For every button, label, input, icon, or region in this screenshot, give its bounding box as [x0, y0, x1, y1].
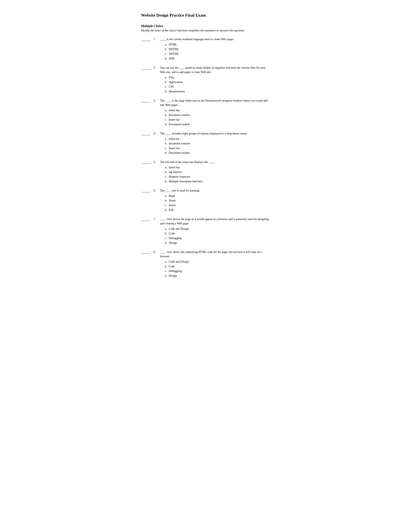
answer-blank[interactable] [141, 99, 151, 102]
choice-text: Edit [169, 208, 174, 211]
choice-text: CSS [169, 85, 174, 88]
choice-text: Document toolbar [169, 123, 190, 126]
choice-text: Debugging [169, 237, 182, 240]
choice-text: Document toolbar [169, 151, 190, 154]
choice-text: HTML [169, 43, 177, 46]
choice-text: menu bar [169, 137, 179, 140]
choice-text: tag selector [169, 171, 182, 174]
choice-item: c.Debugging [165, 269, 270, 273]
choices-list: a.Code and Designb.Codec.Debuggingd.Desi… [160, 260, 270, 278]
choice-item: b.DHTML [165, 47, 270, 51]
choice-letter: a. [165, 260, 169, 264]
choice-text: XML [169, 57, 175, 60]
choice-item: b.Code [165, 264, 270, 269]
choice-text: Code [169, 232, 175, 235]
answer-blank[interactable] [141, 250, 151, 254]
choice-letter: b. [165, 47, 169, 51]
question-content: ____ is the current standard language us… [160, 37, 270, 61]
question-content: You can use the ____ panel to create fol… [160, 66, 270, 94]
choice-item: b.Zoom [165, 199, 270, 203]
choice-item: c.Insert bar [165, 117, 270, 122]
answer-blank[interactable] [141, 160, 151, 164]
question-number: 8. [154, 250, 159, 254]
choice-letter: c. [165, 146, 169, 150]
question-text: ____ view shows the page as it would app… [160, 217, 270, 226]
choice-item: a.Files [165, 75, 270, 80]
choice-item: d.Edit [165, 208, 270, 212]
choice-letter: d. [165, 57, 169, 61]
answer-blank[interactable] [141, 132, 151, 135]
choice-letter: b. [165, 113, 169, 117]
choice-letter: b. [165, 199, 169, 203]
answer-blank[interactable] [141, 217, 151, 221]
question-text: ____ view shows the underlying HTML code… [160, 250, 270, 259]
choice-item: b.document window [165, 113, 270, 117]
question-number: 5. [154, 160, 159, 164]
choice-letter: d. [165, 122, 169, 127]
choice-text: Insert bar [169, 118, 180, 121]
choice-text: Application [169, 80, 182, 84]
choice-text: Design [169, 274, 177, 277]
choice-letter: c. [165, 52, 169, 56]
question-item: 8.____ view shows the underlying HTML co… [141, 250, 270, 278]
choice-letter: a. [165, 227, 169, 231]
question-text: The ____ is the large white area in the … [160, 98, 270, 107]
choice-text: Code [169, 265, 175, 268]
choice-item: d.Document toolbar [165, 151, 270, 155]
question-content: The left end of the status bar displays … [160, 160, 270, 184]
choice-text: Insert bar [169, 147, 180, 150]
section-header: Multiple Choice Identify the letter of t… [141, 24, 270, 32]
question-number: 4. [154, 132, 159, 135]
choice-text: Files [169, 76, 174, 79]
choice-item: c.Property inspector [165, 175, 270, 179]
choice-item: c.Debugging [165, 236, 270, 240]
question-number: 3. [154, 99, 159, 102]
question-content: ____ view shows the page as it would app… [160, 217, 270, 245]
choice-item: d.Multiple Document Interface [165, 179, 270, 184]
choice-item: a.Hand [165, 194, 270, 198]
choice-letter: d. [165, 179, 169, 184]
choice-text: Zoom [169, 199, 176, 202]
question-content: The ____ is the large white area in the … [160, 98, 270, 127]
choice-letter: c. [165, 236, 169, 240]
choice-text: menu bar [169, 109, 179, 112]
choice-text: Hand [169, 194, 175, 198]
choice-letter: c. [165, 85, 169, 89]
choice-item: b.tag selector [165, 170, 270, 174]
choice-item: a.menu bar [165, 108, 270, 113]
choice-letter: d. [165, 151, 169, 155]
question-number: 7. [154, 217, 159, 221]
choice-letter: b. [165, 170, 169, 174]
question-text: ____ is the current standard language us… [160, 37, 270, 41]
choices-list: a.HTMLb.DHTMLc.XHTMLd.XML [160, 42, 270, 61]
choice-item: b.document window [165, 141, 270, 146]
page-title: Website Design Practice Final Exam [141, 13, 270, 18]
choice-text: Property inspector [169, 175, 190, 178]
choices-list: a.Code and Designb.Codec.Debuggingd.Desi… [160, 227, 270, 245]
choice-text: Select [169, 204, 176, 207]
choice-text: Code and Design [169, 260, 189, 263]
question-item: 4.The ____ includes eight groups of butt… [141, 131, 270, 155]
answer-blank[interactable] [141, 66, 151, 69]
choice-text: Code and Design [169, 227, 189, 230]
choice-item: d.Design [165, 241, 270, 245]
section-instruction: Identify the letter of the choice that b… [141, 29, 270, 32]
choice-item: c.CSS [165, 85, 270, 89]
question-content: The ____ tool is used for panning.a.Hand… [160, 189, 270, 212]
choice-letter: a. [165, 75, 169, 80]
questions-list: 1.____ is the current standard language … [141, 37, 270, 278]
choice-item: a.menu bar [165, 137, 270, 141]
answer-blank[interactable] [141, 189, 151, 192]
choices-list: a.menu barb.document windowc.Insert bard… [160, 137, 270, 155]
question-number: 2. [154, 66, 159, 69]
choice-item: d.Dreamweaver [165, 89, 270, 94]
choice-item: c.Select [165, 203, 270, 208]
question-item: 3.The ____ is the large white area in th… [141, 98, 270, 127]
answer-blank[interactable] [141, 38, 151, 41]
choices-list: a.menu barb.document windowc.Insert bard… [160, 108, 270, 127]
choice-text: DHTML [169, 48, 179, 51]
choices-list: a.Insert barb.tag selectorc.Property ins… [160, 165, 270, 184]
choice-item: a.Insert bar [165, 165, 270, 170]
section-title: Multiple Choice [141, 24, 270, 28]
question-number: 1. [154, 38, 159, 41]
